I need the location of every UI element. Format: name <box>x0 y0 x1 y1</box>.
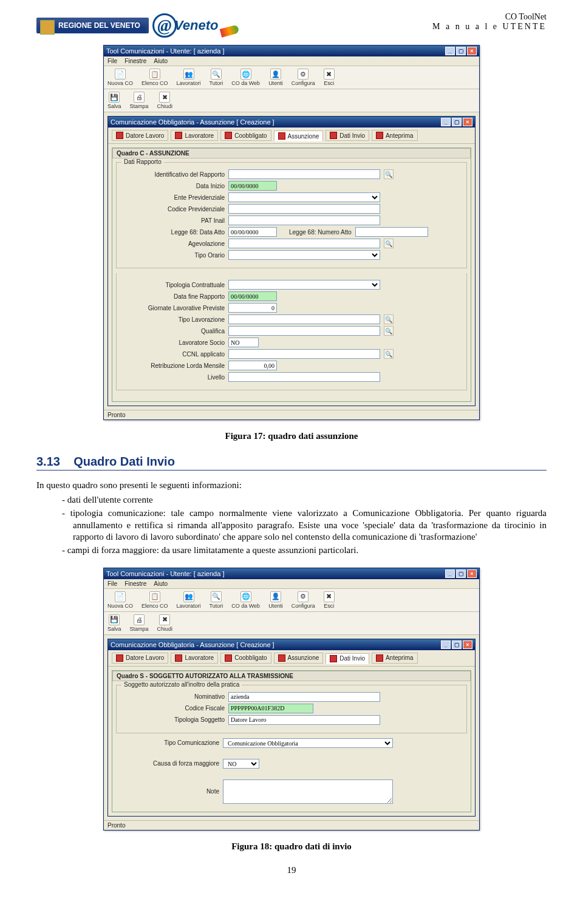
toolbar-label: Stampa <box>130 103 149 109</box>
toolbar-icon: ✖ <box>324 69 335 80</box>
close-button[interactable]: × <box>467 569 477 578</box>
field-select[interactable] <box>228 192 380 202</box>
field-input[interactable] <box>228 349 380 359</box>
menu-item[interactable]: Aiuto <box>154 58 168 64</box>
tab-label: Dati Invio <box>339 132 365 139</box>
toolbar-icon: 👤 <box>270 69 281 80</box>
minimize-button[interactable]: _ <box>441 118 451 126</box>
field-textarea[interactable] <box>223 780 393 804</box>
field-input[interactable] <box>228 169 380 179</box>
toolbar-label: Tutori <box>210 603 223 609</box>
header-title: CO ToolNet <box>432 12 547 22</box>
toolbar-button[interactable]: 🔍Tutori <box>210 69 223 86</box>
maximize-button[interactable]: ▢ <box>456 569 466 578</box>
tab[interactable]: Coobbligato <box>220 653 271 664</box>
tab[interactable]: Datore Lavoro <box>112 130 168 141</box>
toolbar-button[interactable]: 🖨Stampa <box>130 614 149 632</box>
close-button[interactable]: × <box>467 47 477 55</box>
close-button[interactable]: × <box>463 640 472 649</box>
section-title: Quadro Dati Invio <box>73 455 175 468</box>
tab[interactable]: Dati Invio <box>326 653 369 664</box>
field-input[interactable] <box>228 326 380 336</box>
toolbar-button[interactable]: ✖Chiudi <box>157 614 173 632</box>
minimize-button[interactable]: _ <box>441 640 451 649</box>
field-input[interactable] <box>228 303 277 313</box>
field-input[interactable] <box>228 704 313 713</box>
toolbar-button[interactable]: 👤Utenti <box>268 69 283 86</box>
toolbar-label: Salva <box>107 626 121 632</box>
field-input[interactable] <box>228 338 259 347</box>
toolbar-button[interactable]: 📄Nuova CO <box>107 69 133 86</box>
field-input[interactable] <box>228 216 380 225</box>
toolbar-label: Esci <box>324 80 334 86</box>
toolbar-button[interactable]: ✖Esci <box>324 591 335 609</box>
field-input[interactable] <box>228 204 380 214</box>
toolbar-button[interactable]: 👥Lavoratori <box>177 69 201 86</box>
field-input[interactable] <box>228 314 380 324</box>
minimize-button[interactable]: _ <box>445 47 455 55</box>
tab[interactable]: Assunzione <box>274 653 324 664</box>
field-select[interactable] <box>228 280 380 290</box>
field-input[interactable] <box>228 239 380 248</box>
maximize-button[interactable]: ▢ <box>452 118 462 126</box>
field-select[interactable] <box>228 250 380 260</box>
menu-item[interactable]: File <box>107 580 117 587</box>
maximize-button[interactable]: ▢ <box>452 640 462 649</box>
field-label: Retribuzione Lorda Mensile <box>121 362 225 369</box>
menu-item[interactable]: File <box>107 58 117 64</box>
tab-label: Datore Lavoro <box>126 654 164 661</box>
toolbar-button[interactable]: ✖Chiudi <box>157 92 173 109</box>
lookup-icon[interactable]: 🔍 <box>384 169 394 179</box>
toolbar-button[interactable]: 📋Elenco CO <box>141 591 168 609</box>
toolbar-button[interactable]: 📋Elenco CO <box>141 69 168 86</box>
toolbar-button[interactable]: ✖Esci <box>324 69 335 86</box>
toolbar-button[interactable]: 💾Salva <box>107 92 121 109</box>
toolbar-icon: 👤 <box>270 591 281 602</box>
toolbar-button[interactable]: ⚙Configura <box>292 69 315 86</box>
field-label: Note <box>116 788 219 795</box>
tab[interactable]: Coobbligato <box>220 130 271 141</box>
toolbar-button[interactable]: 🖨Stampa <box>130 92 149 109</box>
menu-item[interactable]: Aiuto <box>154 580 168 587</box>
toolbar-button[interactable]: 🔍Tutori <box>210 591 223 609</box>
field-select[interactable]: Comunicazione Obbligatoria <box>223 738 393 748</box>
field-input[interactable] <box>228 361 277 370</box>
field-input[interactable] <box>228 715 380 725</box>
tab[interactable]: Anteprima <box>372 130 418 141</box>
tab[interactable]: Lavoratore <box>171 130 218 141</box>
menu-item[interactable]: Finestre <box>124 580 146 587</box>
field-input[interactable] <box>228 291 277 301</box>
field-input[interactable] <box>228 181 277 191</box>
field-label: Data fine Rapporto <box>121 293 225 300</box>
maximize-button[interactable]: ▢ <box>456 47 466 55</box>
lookup-icon[interactable]: 🔍 <box>384 314 394 324</box>
lookup-icon[interactable]: 🔍 <box>384 239 394 248</box>
toolbar-icon: 💾 <box>109 92 120 103</box>
toolbar-button[interactable]: 🌐CO da Web <box>231 591 260 609</box>
tab[interactable]: Assunzione <box>274 131 324 141</box>
minimize-button[interactable]: _ <box>445 569 455 578</box>
toolbar-button[interactable]: 💾Salva <box>107 614 121 632</box>
field-input[interactable] <box>228 692 380 702</box>
toolbar-button[interactable]: 📄Nuova CO <box>107 591 133 609</box>
field-input[interactable] <box>355 227 428 237</box>
tab[interactable]: Lavoratore <box>171 653 218 664</box>
toolbar-button[interactable]: 👤Utenti <box>268 591 283 609</box>
toolbar-button[interactable]: 🌐CO da Web <box>231 69 260 86</box>
toolbar-button[interactable]: 👥Lavoratori <box>177 591 201 609</box>
toolbar-button[interactable]: ⚙Configura <box>292 591 315 609</box>
field-input[interactable] <box>228 227 277 237</box>
tab-icon <box>175 132 182 139</box>
close-button[interactable]: × <box>463 118 472 126</box>
field-select[interactable]: NO <box>223 759 259 769</box>
field-label: Identificativo del Rapporto <box>121 171 225 178</box>
tab[interactable]: Dati Invio <box>326 130 369 141</box>
tab[interactable]: Datore Lavoro <box>112 653 168 664</box>
menu-item[interactable]: Finestre <box>124 58 146 64</box>
inner-window-title: Comunicazione Obbligatoria - Assunzione … <box>111 641 274 648</box>
tab-label: Coobbligato <box>234 654 267 661</box>
lookup-icon[interactable]: 🔍 <box>384 349 394 359</box>
field-input[interactable] <box>228 372 380 382</box>
tab[interactable]: Anteprima <box>372 653 418 664</box>
lookup-icon[interactable]: 🔍 <box>384 326 394 336</box>
